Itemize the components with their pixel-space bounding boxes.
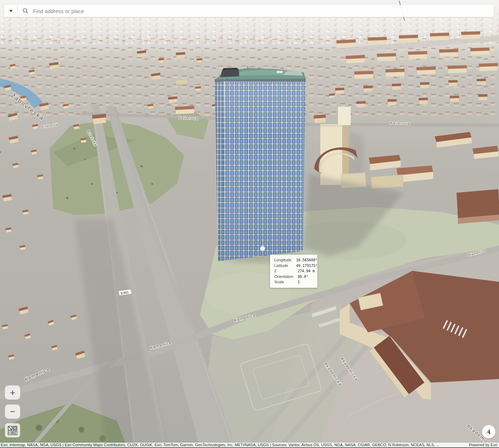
compass-button[interactable] — [482, 425, 495, 438]
search-bar — [4, 5, 494, 17]
selected-building-model[interactable] — [214, 66, 306, 261]
chevron-down-icon — [9, 10, 13, 12]
move-handle[interactable] — [260, 246, 265, 251]
street-label-bauerova: Bauerova — [390, 121, 410, 126]
tooltip-value: 1 — [298, 279, 300, 285]
tooltip-label: Z — [274, 268, 298, 274]
tooltip-label: Latitude — [274, 263, 296, 269]
attribution-sources: Esri, Intermap, NASA, NGA, USGS | Esri C… — [0, 443, 461, 447]
tooltip-value: 90.0° — [298, 274, 308, 280]
tooltip-value: 16.565600° — [296, 257, 317, 263]
zoom-in-button[interactable]: + — [5, 385, 20, 400]
basemap-gallery-button[interactable] — [5, 423, 20, 437]
tooltip-row: Z 274.94 m — [274, 268, 317, 274]
tooltip-value: 274.94 m — [298, 268, 315, 274]
powered-by-esri[interactable]: Powered by Esri — [461, 443, 499, 447]
tooltip-value: 49.179175° — [296, 263, 317, 269]
search-source-dropdown-button[interactable] — [4, 5, 18, 17]
map-3d-scene[interactable]: Kamenice Kamenice Kamenice Kamenice Akad… — [0, 0, 499, 448]
basemap-tiles-icon — [8, 426, 17, 435]
compass-needle-icon — [484, 427, 493, 436]
tooltip-row: Orientation 90.0° — [274, 274, 317, 280]
search-input[interactable] — [32, 5, 494, 17]
tooltip-row: Latitude 49.179175° — [274, 263, 317, 269]
zoom-out-button[interactable]: − — [5, 405, 20, 419]
tooltip-label: Longitude — [274, 257, 296, 263]
attribution-bar: Esri, Intermap, NASA, NGA, USGS | Esri C… — [0, 443, 499, 448]
tooltip-row: Scale 1 — [274, 279, 317, 285]
tooltip-row: Longitude 16.565600° — [274, 257, 317, 263]
tooltip-label: Scale — [274, 279, 298, 285]
search-icon — [22, 8, 29, 14]
tooltip-label: Orientation — [274, 274, 298, 280]
placement-tooltip: Longitude 16.565600° Latitude 49.179175°… — [270, 255, 317, 288]
scene-app: Kamenice Kamenice Kamenice Kamenice Akad… — [0, 0, 499, 448]
zoom-controls: + − — [5, 385, 20, 437]
